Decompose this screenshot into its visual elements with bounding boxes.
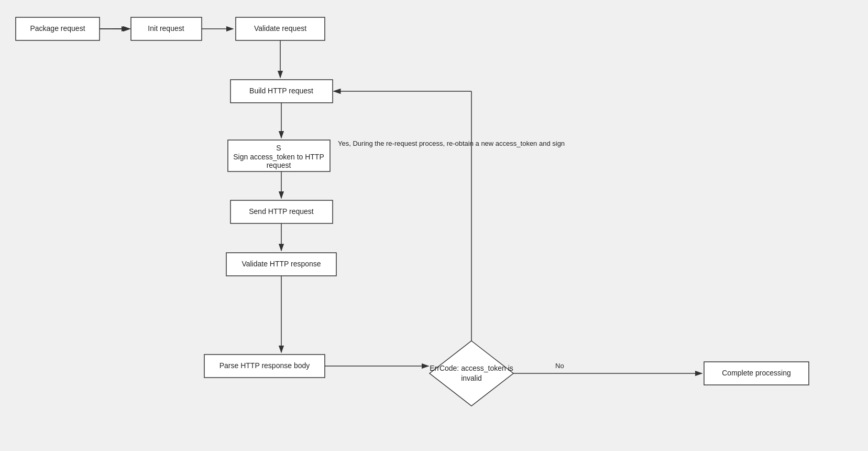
sign-s-label: S xyxy=(276,144,281,152)
errcode-label2: invalid xyxy=(461,374,482,382)
complete-label: Complete processing xyxy=(722,369,791,377)
flowchart-diagram: Package request Init request Validate re… xyxy=(0,0,868,451)
sign-access-label2: request xyxy=(267,161,291,169)
sign-access-label1: Sign access_token to HTTP xyxy=(233,153,324,161)
package-request-label: Package request xyxy=(30,24,85,33)
validate-request-label: Validate request xyxy=(254,24,306,33)
no-label: No xyxy=(555,362,564,370)
build-http-label: Build HTTP request xyxy=(249,87,313,95)
errcode-label1: ErrCode: access_token is xyxy=(430,364,513,372)
yes-annotation: Yes, During the re-request process, re-o… xyxy=(338,139,565,147)
send-http-label: Send HTTP request xyxy=(249,207,314,216)
init-request-label: Init request xyxy=(148,24,184,33)
parse-body-label: Parse HTTP response body xyxy=(219,361,310,370)
validate-response-label: Validate HTTP response xyxy=(241,260,321,268)
